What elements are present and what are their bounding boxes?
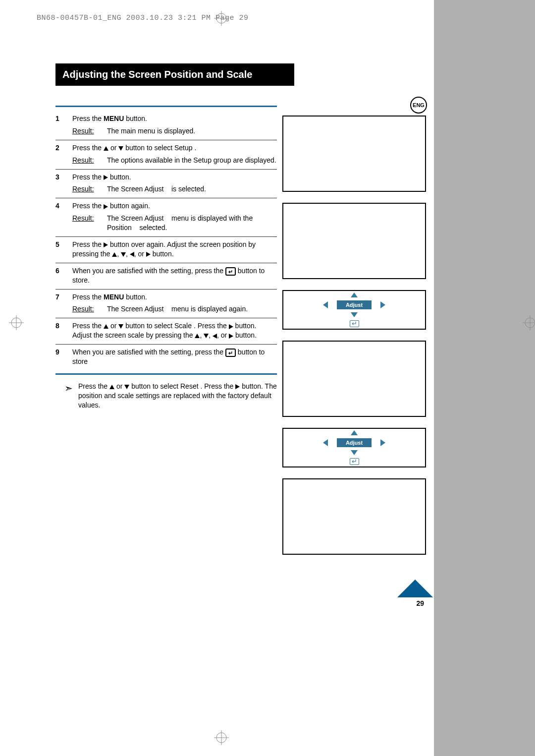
result-text: The Screen Adjust menu is displayed with… bbox=[107, 214, 277, 233]
down-icon bbox=[351, 312, 358, 317]
crop-mark-right bbox=[523, 315, 535, 330]
step-5: 5 Press the button over again. Adjust th… bbox=[55, 237, 277, 263]
right-icon bbox=[146, 252, 151, 257]
osd-adjust-panel: Adjust ↵ bbox=[282, 290, 426, 330]
enter-icon: ↵ bbox=[350, 320, 359, 327]
enter-icon: ↵ bbox=[350, 458, 359, 465]
result-label: Result: bbox=[72, 304, 107, 314]
osd-screenshot bbox=[282, 341, 426, 417]
down-icon bbox=[204, 334, 209, 338]
step-8: 8 Press the or button to select Scale . … bbox=[55, 318, 277, 345]
step-number: 3 bbox=[55, 173, 72, 194]
note-text: Press the or button to select Reset . Pr… bbox=[78, 382, 277, 410]
step-2: 2 Press the or button to select Setup . … bbox=[55, 140, 277, 170]
page-corner-icon bbox=[397, 580, 433, 597]
right-icon bbox=[229, 324, 233, 329]
step-number: 2 bbox=[55, 143, 72, 165]
step-text: Press the MENU button. bbox=[72, 293, 147, 301]
up-icon bbox=[104, 146, 108, 151]
down-icon bbox=[121, 252, 126, 257]
up-icon bbox=[112, 252, 117, 257]
right-icon bbox=[380, 439, 385, 446]
step-text: Press the button again. bbox=[72, 202, 150, 210]
left-icon bbox=[323, 301, 328, 308]
result-text: The options available in the Setup group… bbox=[107, 156, 277, 165]
right-icon bbox=[104, 175, 108, 180]
result-label: Result: bbox=[72, 184, 107, 194]
steps-rule-top bbox=[55, 106, 277, 107]
osd-screenshot bbox=[282, 478, 426, 555]
left-icon bbox=[213, 334, 217, 339]
left-icon bbox=[130, 252, 134, 257]
osd-screenshot bbox=[282, 203, 426, 279]
crop-mark-left bbox=[9, 315, 24, 330]
up-icon bbox=[195, 334, 200, 338]
adjust-label: Adjust bbox=[337, 438, 372, 447]
step-text: Press the or button to select Setup . bbox=[72, 144, 196, 152]
adjust-label: Adjust bbox=[337, 300, 372, 309]
page-gutter bbox=[434, 0, 535, 756]
result-label: Result: bbox=[72, 126, 107, 136]
osd-screenshot bbox=[282, 116, 426, 192]
step-number: 6 bbox=[55, 266, 72, 285]
page-number: 29 bbox=[416, 599, 424, 607]
step-9: 9 When you are satisfied with the settin… bbox=[55, 345, 277, 370]
title-underline bbox=[55, 85, 294, 86]
right-icon bbox=[380, 301, 385, 308]
step-3: 3 Press the button. Result: The Screen A… bbox=[55, 170, 277, 199]
left-icon bbox=[323, 439, 328, 446]
result-label: Result: bbox=[72, 156, 107, 165]
right-icon bbox=[104, 204, 108, 209]
step-number: 4 bbox=[55, 201, 72, 233]
down-icon bbox=[118, 324, 123, 329]
step-1: 1 Press the MENU button. Result: The mai… bbox=[55, 111, 277, 140]
page-title: Adjusting the Screen Position and Scale bbox=[55, 63, 294, 85]
down-icon bbox=[124, 385, 129, 389]
note: ➣ Press the or button to select Reset . … bbox=[55, 375, 277, 410]
step-text: When you are satisfied with the setting,… bbox=[72, 348, 277, 366]
up-icon bbox=[351, 430, 358, 435]
step-7: 7 Press the MENU button. Result: The Scr… bbox=[55, 290, 277, 319]
up-icon bbox=[104, 324, 108, 329]
result-label: Result: bbox=[72, 214, 107, 233]
step-number: 7 bbox=[55, 292, 72, 314]
enter-icon bbox=[225, 267, 236, 276]
right-icon bbox=[235, 384, 240, 389]
note-icon: ➣ bbox=[55, 382, 78, 410]
step-number: 1 bbox=[55, 114, 72, 136]
step-number: 8 bbox=[55, 321, 72, 340]
step-6: 6 When you are satisfied with the settin… bbox=[55, 263, 277, 290]
result-text: The main menu is displayed. bbox=[107, 126, 277, 136]
step-text: When you are satisfied with the setting,… bbox=[72, 266, 277, 285]
step-4: 4 Press the button again. Result: The Sc… bbox=[55, 198, 277, 237]
down-icon bbox=[118, 146, 123, 151]
result-text: The Screen Adjust is selected. bbox=[107, 184, 277, 194]
instruction-steps: 1 Press the MENU button. Result: The mai… bbox=[55, 106, 277, 410]
crop-mark-top bbox=[214, 11, 229, 26]
right-icon bbox=[104, 242, 108, 247]
down-icon bbox=[351, 450, 358, 455]
up-icon bbox=[351, 292, 358, 297]
crop-mark-bottom bbox=[214, 730, 229, 745]
osd-screenshots-column: Adjust ↵ Adjust ↵ bbox=[282, 116, 426, 566]
enter-icon bbox=[225, 349, 236, 357]
language-badge: ENG bbox=[410, 97, 427, 114]
step-text: Press the MENU button. bbox=[72, 115, 147, 122]
step-number: 9 bbox=[55, 348, 72, 366]
result-text: The Screen Adjust menu is displayed agai… bbox=[107, 304, 277, 314]
osd-adjust-panel: Adjust ↵ bbox=[282, 428, 426, 467]
step-text: Press the button. bbox=[72, 173, 131, 181]
step-text: Press the or button to select Scale . Pr… bbox=[72, 321, 277, 340]
step-number: 5 bbox=[55, 240, 72, 259]
up-icon bbox=[109, 385, 114, 389]
step-text: Press the button over again. Adjust the … bbox=[72, 240, 277, 259]
right-icon bbox=[229, 334, 233, 339]
